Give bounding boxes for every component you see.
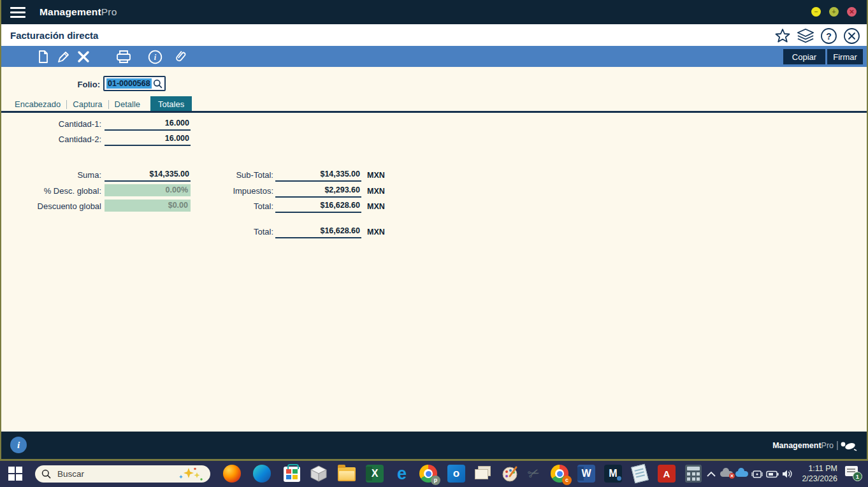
- maximize-button[interactable]: +: [829, 7, 839, 17]
- total-final-label: Total:: [161, 227, 273, 236]
- system-tray: ✕: [704, 461, 795, 487]
- folio-search-icon[interactable]: [153, 79, 163, 89]
- impuestos-currency: MXN: [367, 187, 385, 196]
- copy-button[interactable]: Copiar: [783, 49, 825, 64]
- copilot-sparkle-icon: [177, 467, 204, 482]
- subtotal-currency: MXN: [367, 171, 385, 180]
- cantidad2-field[interactable]: 16.000: [105, 133, 191, 146]
- total-value: $16,628.60: [275, 200, 361, 212]
- taskbar-snipping-tool-icon[interactable]: ✂: [524, 465, 543, 483]
- search-icon: [41, 469, 51, 479]
- subtotal-field[interactable]: $14,335.00: [275, 168, 361, 182]
- brand-bold: Management: [40, 6, 101, 17]
- desc-global-pct-label: % Desc. global:: [1, 186, 101, 196]
- notification-count-badge: 1: [853, 472, 862, 481]
- taskbar-paint-icon[interactable]: [501, 465, 519, 483]
- taskbar-notepad-icon[interactable]: [631, 465, 649, 483]
- tab-encabezado[interactable]: Encabezado: [9, 98, 66, 111]
- cantidad1-label: Cantidad-1:: [1, 119, 101, 129]
- footer-info-icon[interactable]: i: [10, 437, 27, 453]
- folio-label: Folio:: [1, 80, 100, 89]
- total-final-value: $16,628.60: [275, 225, 361, 237]
- clock-date: 2/23/2026: [802, 474, 837, 484]
- taskbar-internet-explorer-icon[interactable]: e: [393, 465, 411, 483]
- folio-input[interactable]: 01-0000568: [103, 76, 166, 91]
- suma-label: Suma:: [1, 170, 101, 180]
- tray-power-icon[interactable]: [765, 470, 780, 478]
- close-page-icon[interactable]: [843, 27, 860, 45]
- taskbar-search[interactable]: [35, 465, 210, 483]
- info-icon[interactable]: i: [147, 49, 163, 64]
- new-document-icon[interactable]: [36, 49, 51, 64]
- start-button-icon[interactable]: [8, 467, 23, 481]
- impuestos-field[interactable]: $2,293.60: [275, 184, 361, 198]
- tab-captura[interactable]: Captura: [67, 98, 108, 111]
- brand-light: Pro: [101, 6, 117, 17]
- taskbar-calculator-icon[interactable]: [684, 465, 703, 483]
- sign-button[interactable]: Firmar: [827, 49, 863, 64]
- tray-onedrive-error-icon[interactable]: ✕: [719, 471, 734, 477]
- title-bar: ManagementPro – + ✕: [1, 0, 867, 24]
- total-final-field[interactable]: $16,628.60: [275, 225, 361, 238]
- impuestos-value: $2,293.60: [275, 184, 361, 196]
- taskbar-managementpro-icon[interactable]: M: [604, 465, 623, 483]
- clock-time: 1:11 PM: [802, 463, 837, 474]
- tab-underline: [1, 111, 867, 113]
- app-footer: i ManagementPro: [1, 432, 867, 459]
- footer-logo: ManagementPro: [772, 439, 858, 452]
- tray-chevron-up-icon[interactable]: [704, 471, 719, 477]
- taskbar-word-icon[interactable]: W: [577, 465, 596, 483]
- cantidad1-field[interactable]: 16.000: [105, 117, 191, 131]
- tray-volume-icon[interactable]: [780, 469, 795, 479]
- taskbar-excel-icon[interactable]: X: [366, 465, 384, 483]
- print-icon[interactable]: [116, 49, 131, 64]
- impuestos-label: Impuestos:: [161, 186, 273, 196]
- tray-onedrive-icon[interactable]: [734, 471, 749, 477]
- footer-brand-light: Pro: [821, 441, 834, 450]
- tray-cast-icon[interactable]: [749, 470, 765, 479]
- svg-text:?: ?: [826, 31, 832, 41]
- toolbar: i Copiar Firmar: [1, 46, 867, 67]
- tab-totales-active[interactable]: Totales: [150, 96, 192, 113]
- total-final-currency: MXN: [367, 228, 385, 236]
- cantidad1-value: 16.000: [105, 117, 191, 129]
- tab-bar: Encabezado Captura Detalle Totales: [9, 96, 192, 112]
- taskbar-chrome-profile-c-icon[interactable]: c: [551, 465, 569, 483]
- total-field[interactable]: $16,628.60: [275, 200, 361, 213]
- taskbar-clock[interactable]: 1:11 PM 2/23/2026: [802, 463, 837, 484]
- search-input[interactable]: [56, 469, 164, 479]
- cantidad2-label: Cantidad-2:: [1, 134, 101, 144]
- help-icon[interactable]: ?: [820, 27, 837, 45]
- taskbar-chrome-profile-p-icon[interactable]: p: [419, 465, 438, 483]
- subtotal-label: Sub-Total:: [161, 170, 273, 180]
- favorite-star-icon[interactable]: [774, 27, 792, 45]
- cantidad2-value: 16.000: [105, 133, 191, 145]
- taskbar-photos-icon[interactable]: [474, 465, 493, 483]
- form-content: Folio: 01-0000568 Encabezado Captura Det…: [1, 67, 867, 433]
- taskbar-cube-app-icon[interactable]: [310, 465, 328, 483]
- taskbar-file-explorer-icon[interactable]: [338, 465, 356, 483]
- footer-logo-swoosh-icon: [836, 439, 858, 452]
- attachment-paperclip-icon[interactable]: [173, 49, 188, 64]
- taskbar-microsoft-store-icon[interactable]: [283, 465, 301, 483]
- footer-brand-bold: Management: [772, 441, 821, 450]
- page-title: Facturación directa: [10, 30, 98, 41]
- layers-icon[interactable]: [797, 27, 814, 45]
- page-header: Facturación directa ?: [1, 24, 867, 46]
- total-label: Total:: [161, 201, 273, 211]
- tab-detalle[interactable]: Detalle: [109, 98, 146, 111]
- hamburger-menu-icon[interactable]: [10, 7, 25, 18]
- subtotal-value: $14,335.00: [275, 168, 361, 180]
- taskbar-firefox-icon[interactable]: [223, 465, 242, 483]
- app-window: ManagementPro – + ✕ Facturación directa …: [0, 0, 868, 461]
- app-brand: ManagementPro: [40, 6, 117, 18]
- close-window-button[interactable]: ✕: [847, 7, 857, 17]
- taskbar-edge-icon[interactable]: [253, 465, 271, 483]
- minimize-button[interactable]: –: [811, 7, 821, 17]
- edit-pencil-icon[interactable]: [56, 49, 71, 64]
- taskbar-outlook-icon[interactable]: o: [447, 465, 466, 483]
- delete-x-icon[interactable]: [76, 49, 91, 64]
- windows-taskbar: X e p o ✂ c W M A ✕: [0, 461, 868, 487]
- taskbar-acrobat-icon[interactable]: A: [658, 465, 676, 483]
- notification-center-icon[interactable]: 1: [845, 466, 860, 479]
